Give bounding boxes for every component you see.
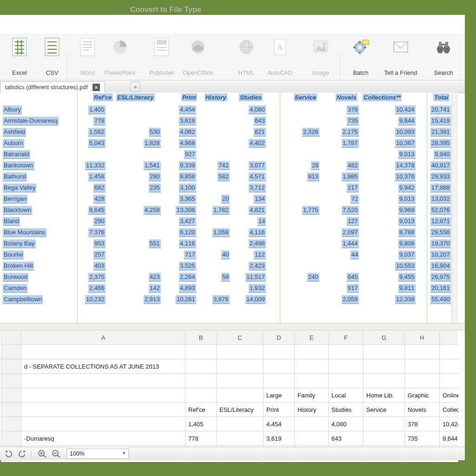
grid-cell[interactable]: 5,043	[185, 460, 217, 463]
tell-friend-button[interactable]: Tell a Friend	[377, 35, 424, 77]
grid-cell[interactable]	[21, 403, 185, 417]
col-header[interactable]: C	[217, 331, 264, 345]
redo-button[interactable]	[17, 449, 28, 458]
grid-cell[interactable]: Local	[329, 388, 364, 403]
col-header[interactable]: B	[185, 331, 217, 345]
grid-cell[interactable]: Novels	[405, 403, 440, 417]
pdf-cell: 17,888	[430, 184, 451, 192]
pdf-cell: 2,498	[249, 239, 266, 248]
document-tab[interactable]: tatistics (different structures).pdf ×	[0, 81, 105, 93]
grid-cell[interactable]	[217, 417, 264, 431]
grid-cell[interactable]: 1,405	[185, 417, 217, 431]
new-tab-button[interactable]: +	[130, 82, 140, 92]
corner-cell[interactable]	[1, 331, 21, 345]
pdf-row: Botany Bay9535514,1162,4981,4449,80819,3…	[1, 238, 458, 250]
spreadsheet-viewport[interactable]: ABCDEFGHIJd - SEPARATE COLLECTIONS AS AT…	[1, 330, 458, 462]
pdf-cell: 482	[347, 161, 359, 170]
svg-rect-19	[157, 40, 167, 45]
grid-cell[interactable]: 643	[329, 431, 364, 446]
grid-cell[interactable]	[21, 460, 185, 463]
grid-cell[interactable]	[295, 431, 329, 446]
grid-cell[interactable]: 1,828	[217, 460, 264, 463]
svg-rect-43	[442, 44, 445, 46]
pdf-viewport[interactable]: Ref'ceESL/LiteracyPrintHistoryStudiesSer…	[1, 93, 458, 323]
zoom-dropdown[interactable]: 100%	[66, 449, 129, 459]
grid-cell[interactable]: Home Lib.	[364, 388, 405, 403]
grid-cell[interactable]: 1,787	[405, 460, 440, 463]
grid-cell[interactable]	[295, 417, 329, 431]
grid-cell[interactable]: Studies	[329, 403, 364, 417]
grid-cell[interactable]: Graphic	[405, 388, 440, 403]
grid-cell[interactable]: Service	[364, 403, 405, 417]
pdf-cell: 52,076	[430, 206, 451, 215]
pdf-cell: 3,077	[249, 161, 266, 170]
image-button-label: Image	[304, 69, 337, 76]
grid-cell[interactable]	[217, 431, 264, 446]
grid-cell[interactable]	[217, 388, 264, 403]
grid-cell[interactable]	[21, 417, 185, 431]
pdf-cell: 643	[254, 117, 266, 126]
grid-cell[interactable]	[295, 460, 329, 463]
pdf-cell: 1,458	[88, 172, 106, 181]
grid-cell[interactable]: 10,424	[440, 417, 459, 431]
col-header[interactable]: E	[295, 331, 329, 345]
col-header[interactable]: D	[264, 331, 295, 345]
html-icon	[237, 35, 256, 59]
csv-button[interactable]: CSV	[35, 35, 69, 77]
undo-button[interactable]	[3, 449, 14, 458]
svg-point-17	[113, 40, 126, 53]
grid-cell[interactable]: Online	[440, 388, 459, 403]
batch-button[interactable]: Batch	[344, 35, 377, 77]
close-tab-icon[interactable]: ×	[93, 84, 100, 91]
grid-cell[interactable]: 4,454	[264, 417, 295, 431]
grid-cell[interactable]	[21, 388, 185, 403]
spreadsheet-grid[interactable]: ABCDEFGHIJd - SEPARATE COLLECTIONS AS AT…	[1, 330, 458, 462]
publisher-icon	[152, 35, 171, 59]
grid-cell[interactable]	[364, 460, 405, 463]
pdf-row: Bourke25771740112449,03710,207	[1, 250, 458, 261]
grid-cell[interactable]: 4,968	[264, 460, 295, 463]
pdf-cell: 1,405	[88, 106, 106, 114]
grid-cell[interactable]: 4,402	[329, 460, 364, 463]
grid-cell[interactable]: 735	[405, 431, 440, 446]
grid-cell[interactable]: Family	[295, 388, 329, 403]
grid-cell[interactable]: 9,644	[440, 431, 459, 446]
grid-cell[interactable]: 3,619	[264, 431, 295, 446]
grid-cell[interactable]	[185, 388, 217, 403]
grid-cell[interactable]: Large	[264, 388, 295, 403]
grid-cell[interactable]	[364, 417, 405, 431]
pdf-cell: 8,788	[398, 228, 416, 237]
pdf-cell: 72	[350, 195, 359, 204]
pdf-header-cell: Service	[294, 93, 317, 101]
grid-cell[interactable]: 378	[405, 417, 440, 431]
pdf-cell: 20	[221, 195, 230, 204]
html-button-label: HTML	[230, 69, 263, 76]
col-header[interactable]: G	[364, 331, 405, 345]
grid-cell[interactable]: Print	[264, 403, 295, 417]
search-button[interactable]: Search	[427, 35, 460, 77]
col-header[interactable]: A	[21, 331, 185, 345]
grid-cell[interactable]: 778	[185, 431, 217, 446]
grid-cell[interactable]: History	[295, 403, 329, 417]
grid-cell[interactable]: Ref'ce	[185, 403, 217, 417]
excel-icon	[10, 35, 29, 59]
svg-rect-38	[394, 42, 408, 52]
grid-cell[interactable]: 10,367	[440, 460, 459, 463]
grid-cell[interactable]: 4,080	[329, 417, 364, 431]
zoom-out-button[interactable]	[51, 449, 62, 458]
pdf-cell: 1,985	[342, 172, 359, 181]
grid-cell[interactable]: -Dumaresq	[21, 431, 185, 446]
grid-cell[interactable]: Collections**	[440, 403, 459, 417]
pdf-cell: 58	[221, 273, 230, 282]
zoom-in-button[interactable]	[37, 449, 48, 458]
col-header[interactable]: I	[440, 331, 459, 345]
pdf-cell: 4,821	[249, 206, 266, 215]
pdf-cell: 9,942	[398, 184, 416, 192]
col-header[interactable]: H	[405, 331, 440, 345]
excel-button[interactable]: Excel	[3, 35, 36, 77]
grid-cell[interactable]: d - SEPARATE COLLECTIONS AS AT JUNE 2013	[21, 359, 185, 374]
pane-splitter[interactable]	[0, 323, 465, 331]
col-header[interactable]: F	[329, 331, 364, 345]
grid-cell[interactable]	[364, 431, 405, 446]
grid-cell[interactable]: ESL/Literacy	[217, 403, 264, 417]
